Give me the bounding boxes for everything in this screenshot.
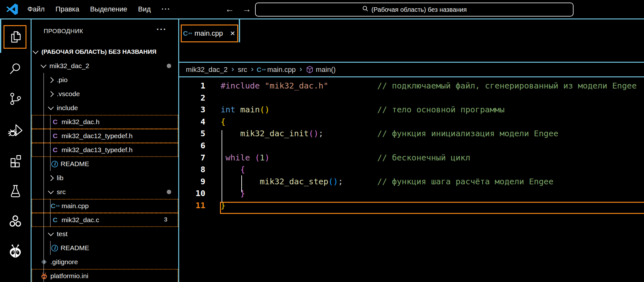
tree-folder-lib[interactable]: lib bbox=[32, 171, 178, 185]
command-center-search[interactable]: (Рабочая область) без названия bbox=[255, 3, 574, 17]
breadcrumb-item-mik32_dac_2[interactable]: mik32_dac_2 bbox=[186, 66, 228, 74]
code-line-5[interactable]: 5 mik32_dac_init(); // функция инициализ… bbox=[179, 128, 644, 140]
breadcrumb: mik32_dac_2›src›C++main.cpp›main() bbox=[179, 63, 644, 76]
modified-dot bbox=[167, 64, 171, 68]
circles-icon bbox=[8, 224, 23, 229]
tree-folder-src[interactable]: src bbox=[32, 185, 178, 199]
search-icon bbox=[8, 71, 23, 77]
tree-item-(РАБОЧАЯ-ОБЛАСТЬ)-БЕЗ-НАЗВАНИЯ[interactable]: (РАБОЧАЯ ОБЛАСТЬ) БЕЗ НАЗВАНИЯ bbox=[32, 45, 178, 59]
breadcrumb-separator-icon: › bbox=[299, 65, 302, 74]
tree-item-mik32_dac12_typedef.h[interactable]: Cmik32_dac12_typedef.h bbox=[32, 129, 178, 143]
chevron-right-icon bbox=[48, 91, 54, 97]
tree-item-platformio.ini[interactable]: platformio.ini bbox=[32, 269, 178, 282]
breadcrumb-label: main() bbox=[316, 66, 335, 74]
code-line-8[interactable]: 8 { bbox=[179, 164, 644, 176]
activity-item-explorer[interactable] bbox=[8, 30, 23, 45]
tree-item-mik32_dac13_typedef.h[interactable]: Cmik32_dac13_typedef.h bbox=[32, 143, 178, 157]
tree-item-label: mik32_dac12_typedef.h bbox=[62, 132, 133, 140]
tree-folder-.vscode[interactable]: .vscode bbox=[32, 87, 178, 101]
tree-folder-.pio[interactable]: .pio bbox=[32, 73, 178, 87]
tree-item-README[interactable]: iREADME bbox=[32, 157, 178, 171]
tree-item-main.cpp[interactable]: C++main.cpp bbox=[32, 199, 178, 213]
tab-main-cpp[interactable]: C++ main.cpp ✕ bbox=[181, 25, 238, 42]
nav-arrows: ← → bbox=[225, 0, 251, 18]
vscode-window: ФайлПравкаВыделениеВид··· ← → (Рабочая о… bbox=[0, 0, 644, 282]
indent-guide-active bbox=[241, 175, 242, 192]
menu-Вид[interactable]: Вид bbox=[138, 5, 151, 13]
close-icon[interactable]: ✕ bbox=[230, 30, 235, 37]
code-line-6[interactable]: 6 bbox=[179, 140, 644, 152]
breadcrumb-item-main.cpp[interactable]: C++main.cpp bbox=[257, 66, 296, 74]
line-number: 4 bbox=[179, 116, 205, 128]
activity-item-testing[interactable] bbox=[8, 184, 23, 198]
breadcrumb-separator-icon: › bbox=[251, 65, 253, 74]
forward-arrow-icon[interactable]: → bbox=[242, 4, 251, 14]
modified-dot bbox=[167, 190, 171, 194]
tree-item-label: .gitignore bbox=[50, 258, 78, 266]
debug-icon bbox=[8, 133, 23, 139]
tree-item-label: .pio bbox=[57, 76, 68, 84]
chevron-down-icon bbox=[33, 48, 38, 54]
more-actions-icon[interactable]: ··· bbox=[157, 25, 167, 34]
code-line-2[interactable]: 2 bbox=[179, 92, 644, 104]
tree-folder-test[interactable]: test bbox=[32, 227, 178, 241]
activity-item-extensions[interactable] bbox=[8, 153, 23, 168]
line-content: while (1) // бесконечный цикл bbox=[221, 152, 470, 164]
code-comment: // бесконечный цикл bbox=[377, 153, 470, 162]
line-number: 11 bbox=[179, 200, 205, 212]
line-number: 3 bbox=[179, 104, 205, 116]
chevron-down-icon bbox=[48, 188, 54, 194]
activity-item-run-debug[interactable] bbox=[8, 123, 23, 138]
tab-separator bbox=[239, 19, 240, 42]
sidebar-header: ПРОВОДНИК ··· bbox=[32, 19, 178, 39]
breadcrumb-item-main()[interactable]: main() bbox=[306, 66, 335, 74]
back-arrow-icon[interactable]: ← bbox=[225, 4, 234, 14]
tree-item-.gitignore[interactable]: .gitignore bbox=[32, 255, 178, 269]
code-comment: // функция шага расчёта модели Engee bbox=[377, 177, 553, 186]
tree-item-mik32_dac.h[interactable]: Cmik32_dac.h bbox=[32, 115, 178, 129]
tree-item-label: mik32_dac_2 bbox=[49, 62, 89, 70]
activity-item-source-control[interactable] bbox=[8, 91, 23, 106]
line-number: 5 bbox=[179, 128, 205, 140]
explorer-sidebar: ПРОВОДНИК ··· (РАБОЧАЯ ОБЛАСТЬ) БЕЗ НАЗВ… bbox=[31, 19, 179, 282]
tree-item-label: include bbox=[57, 104, 78, 112]
search-value: (Рабочая область) без названия bbox=[371, 6, 467, 13]
code-editor[interactable]: 1#include "mik32_dac.h" // подключаемый … bbox=[179, 77, 644, 282]
code-line-4[interactable]: 4{ bbox=[179, 116, 644, 128]
menu-Правка[interactable]: Правка bbox=[55, 5, 79, 13]
activity-item-search[interactable] bbox=[8, 61, 23, 76]
current-line-border bbox=[220, 202, 644, 214]
activity-item-platformio[interactable] bbox=[8, 244, 23, 259]
line-content: #include "mik32_dac.h" // подключаемый ф… bbox=[221, 80, 637, 92]
tree-folder-include[interactable]: include bbox=[32, 101, 178, 115]
code-line-1[interactable]: 1#include "mik32_dac.h" // подключаемый … bbox=[179, 80, 644, 92]
line-number: 2 bbox=[179, 92, 205, 104]
tree-item-mik32_dac.c[interactable]: Cmik32_dac.c3 bbox=[32, 213, 178, 227]
code-line-10[interactable]: 10 } bbox=[179, 187, 644, 200]
breadcrumb-label: main.cpp bbox=[267, 66, 296, 74]
code-line-3[interactable]: 3int main() // тело основной программы bbox=[179, 104, 644, 116]
beaker-icon bbox=[8, 194, 23, 199]
menu-more-icon[interactable]: ··· bbox=[162, 5, 171, 13]
count-badge: 3 bbox=[164, 216, 167, 223]
tree-item-label: test bbox=[57, 230, 68, 238]
menu-Выделение[interactable]: Выделение bbox=[90, 5, 127, 13]
line-content: { bbox=[221, 164, 245, 176]
cpp-file-icon: C++ bbox=[184, 30, 191, 37]
breadcrumb-separator-icon: › bbox=[231, 65, 234, 74]
activity-item-circles-extension[interactable] bbox=[8, 214, 23, 229]
code-comment: // тело основной программы bbox=[377, 105, 504, 114]
vscode-logo-icon bbox=[6, 3, 18, 16]
line-content: mik32_dac_init(); // функция инициализац… bbox=[221, 128, 558, 140]
code-line-9[interactable]: 9 mik32_dac_step(); // функция шага расч… bbox=[179, 176, 644, 188]
code-line-7[interactable]: 7 while (1) // бесконечный цикл bbox=[179, 152, 644, 164]
line-content: { bbox=[221, 116, 225, 128]
tree-item-README[interactable]: iREADME bbox=[32, 241, 178, 255]
info-file-icon: i bbox=[51, 245, 58, 251]
tree-folder-mik32_dac_2[interactable]: mik32_dac_2 bbox=[32, 59, 178, 73]
menu-Файл[interactable]: Файл bbox=[27, 5, 45, 13]
tree-item-label: mik32_dac13_typedef.h bbox=[62, 146, 133, 154]
activity-bar bbox=[0, 19, 31, 282]
line-content: mik32_dac_step(); // функция шага расчёт… bbox=[221, 176, 553, 188]
breadcrumb-item-src[interactable]: src bbox=[238, 66, 247, 74]
